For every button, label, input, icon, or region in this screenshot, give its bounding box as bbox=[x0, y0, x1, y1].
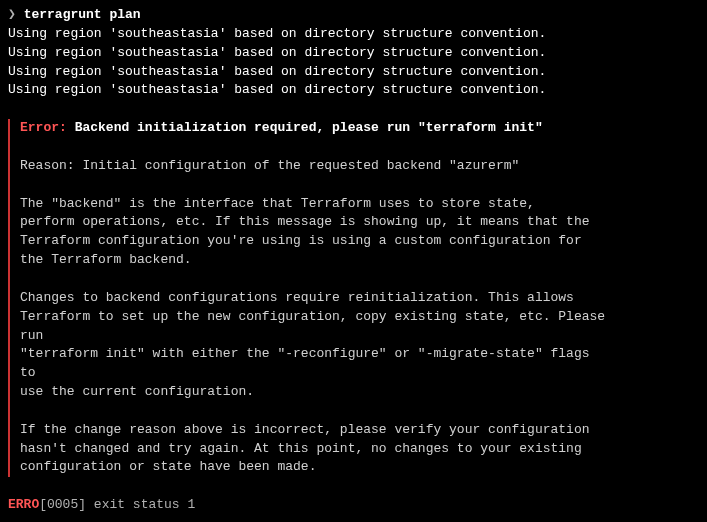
exit-status-line: ERRO[0005] exit status 1 bbox=[8, 496, 699, 515]
error-paragraph: Changes to backend configurations requir… bbox=[20, 289, 699, 402]
erro-label: ERRO bbox=[8, 497, 39, 512]
error-paragraph: If the change reason above is incorrect,… bbox=[20, 421, 699, 478]
command-text: terragrunt plan bbox=[24, 7, 141, 22]
terminal-output: ❯ terragrunt plan Using region 'southeas… bbox=[8, 6, 699, 515]
prompt-symbol: ❯ bbox=[8, 7, 16, 22]
error-reason: Reason: Initial configuration of the req… bbox=[20, 157, 699, 176]
info-line: Using region 'southeastasia' based on di… bbox=[8, 25, 699, 44]
error-label: Error: bbox=[20, 120, 67, 135]
error-paragraph: The "backend" is the interface that Terr… bbox=[20, 195, 699, 270]
exit-status-text: [0005] exit status 1 bbox=[39, 497, 195, 512]
info-line: Using region 'southeastasia' based on di… bbox=[8, 44, 699, 63]
error-block: Error: Backend initialization required, … bbox=[8, 119, 699, 477]
error-header: Error: Backend initialization required, … bbox=[20, 119, 699, 138]
error-title: Backend initialization required, please … bbox=[75, 120, 543, 135]
prompt-line: ❯ terragrunt plan bbox=[8, 6, 699, 25]
info-line: Using region 'southeastasia' based on di… bbox=[8, 81, 699, 100]
info-line: Using region 'southeastasia' based on di… bbox=[8, 63, 699, 82]
